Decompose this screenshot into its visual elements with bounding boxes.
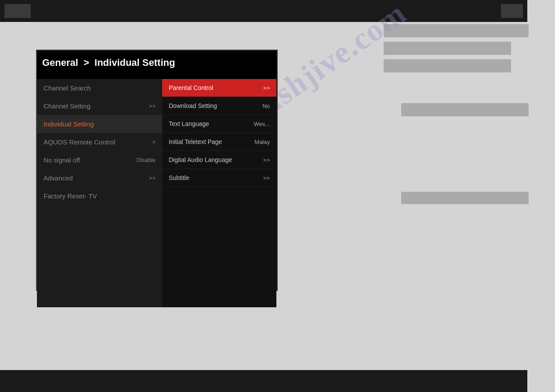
right-menu-subtitle[interactable]: Subtitle >>: [162, 169, 276, 187]
tv-screen: General > Individual Setting Channel Sea…: [36, 50, 278, 291]
right-menu-download-setting[interactable]: Download Setting No: [162, 97, 276, 115]
right-menu-digital-audio-arrow: >>: [263, 157, 270, 163]
top-bar-left-button[interactable]: [4, 4, 31, 18]
breadcrumb-part1: General: [42, 57, 78, 68]
left-menu-aquos-remote-label: AQUOS Remote Control: [44, 138, 115, 146]
left-menu-channel-search-label: Channel Search: [44, 84, 91, 92]
top-bar-right-button[interactable]: [501, 4, 523, 18]
right-menu-parental-control[interactable]: Parental Control >>: [162, 79, 276, 97]
top-bar: [0, 0, 527, 22]
left-menu-advanced-label: Advanced: [44, 174, 73, 182]
right-menu-text-language-label: Text Language: [169, 120, 209, 127]
sidebar-bar-1: [384, 24, 529, 37]
left-menu-no-signal-value: Disable: [137, 157, 156, 163]
sidebar-bar-3: [384, 59, 511, 72]
left-menu-channel-setting-label: Channel Setting: [44, 102, 91, 110]
right-menu-text-language[interactable]: Text Language Wes...: [162, 115, 276, 133]
left-menu-channel-setting[interactable]: Channel Setting >>: [37, 97, 162, 115]
left-panel: Channel Search Channel Setting >> Indivi…: [37, 79, 162, 307]
right-menu-subtitle-label: Subtitle: [169, 174, 189, 181]
right-menu-digital-audio-label: Digital Audio Language: [169, 156, 232, 163]
left-menu-no-signal-label: No signal off: [44, 156, 80, 164]
left-menu-individual-setting[interactable]: Individual Setting: [37, 115, 162, 133]
right-menu-initial-teletext-value: Malay: [254, 139, 270, 145]
left-menu-no-signal[interactable]: No signal off Disable: [37, 151, 162, 169]
sidebar-bar-2: [384, 42, 511, 55]
right-menu-initial-teletext[interactable]: Initial Teletext Page Malay: [162, 133, 276, 151]
breadcrumb-separator: >: [83, 57, 89, 68]
left-menu-individual-setting-label: Individual Setting: [44, 120, 94, 128]
right-menu-digital-audio[interactable]: Digital Audio Language >>: [162, 151, 276, 169]
right-menu-parental-control-arrow: >>: [263, 85, 270, 91]
left-menu-factory-reset-label: Factory Reset- TV: [44, 192, 97, 200]
right-sidebar: [384, 24, 529, 72]
breadcrumb-part2: Individual Setting: [94, 57, 175, 68]
left-menu-aquos-remote-arrow: >: [152, 139, 156, 145]
right-panel: Parental Control >> Download Setting No …: [162, 79, 276, 307]
right-menu-parental-control-label: Parental Control: [169, 84, 213, 91]
right-menu-download-setting-value: No: [262, 103, 270, 109]
sidebar-bar-5: [401, 192, 529, 204]
right-menu-initial-teletext-label: Initial Teletext Page: [169, 138, 222, 145]
left-menu-channel-setting-arrow: >>: [149, 103, 156, 109]
left-menu-advanced[interactable]: Advanced >>: [37, 169, 162, 187]
left-menu-aquos-remote[interactable]: AQUOS Remote Control >: [37, 133, 162, 151]
right-menu-text-language-value: Wes...: [254, 121, 270, 127]
right-menu-subtitle-arrow: >>: [263, 175, 270, 181]
right-menu-download-setting-label: Download Setting: [169, 102, 217, 109]
breadcrumb: General > Individual Setting: [42, 57, 175, 68]
sidebar-bar-4: [401, 103, 529, 116]
left-menu-factory-reset[interactable]: Factory Reset- TV: [37, 187, 162, 205]
bottom-bar: [0, 370, 527, 392]
left-menu-channel-search[interactable]: Channel Search: [37, 79, 162, 97]
left-menu-advanced-arrow: >>: [149, 175, 156, 181]
